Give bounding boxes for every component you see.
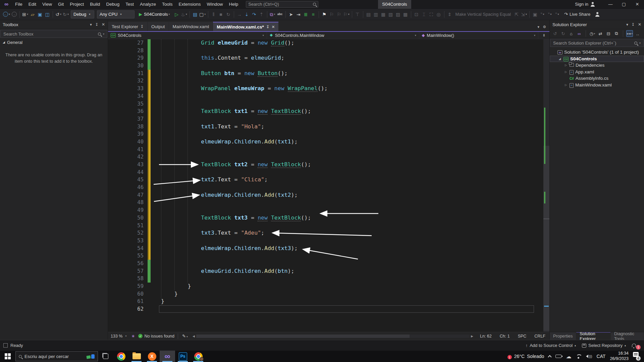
code-line-34[interactable]: 34 [108,93,549,100]
code-line-57[interactable]: 57 elmeuGrid.Children.Add(btn); [108,267,549,275]
code-line-43[interactable]: 43 TextBlock txt2 = new TextBlock(); [108,161,549,169]
align-bottom-icon[interactable]: ▩ [402,10,409,18]
toolbox-close-icon[interactable]: ✕ [102,22,105,27]
se-dropdown-icon[interactable]: ▾ [626,22,628,27]
horizontal-scrollbar[interactable]: ◀ ▶ [191,332,475,340]
debug-config-select[interactable]: Debug▾ [71,10,94,18]
breadcrumb-method[interactable]: ◆MainWindow()▾ [419,32,538,39]
code-cleanup-icon[interactable]: ✎▾ [182,334,188,339]
toolbox-search-input[interactable]: Search Toolbox ▾ [0,30,107,38]
tree-item-app-xaml[interactable]: ▷‹›App.xaml [550,69,644,75]
code-map-icon[interactable]: ⧉▾ [269,10,276,18]
step-into-icon[interactable]: ⇣ [244,10,250,18]
se-forward-icon[interactable]: ↻ [560,30,567,37]
step-out-icon[interactable]: ⇡ [258,10,265,18]
start-button[interactable] [0,351,15,362]
nav-back-icon[interactable]: ←▾ [3,10,10,18]
chrome-icon[interactable] [113,351,129,362]
select-repository-button[interactable]: Select Repository ▴ [582,343,626,348]
issues-status[interactable]: ✓ No issues found [137,334,176,339]
solution-search-input[interactable]: Search Solution Explorer (Ctrl+`) ▾ [550,39,644,47]
vertical-spacing-icon[interactable]: ⇕ [446,10,453,18]
clear-bookmarks-icon[interactable]: ⚐▾ [343,10,350,18]
code-line-59[interactable]: 59 } [108,283,549,290]
show-next-statement-icon[interactable]: → [236,10,243,18]
se-pending-changes-icon[interactable]: ◷▾ [589,30,596,37]
tree-item-assemblyinfo-cs[interactable]: C#AssemblyInfo.cs [550,75,644,82]
dedupe-lines-icon[interactable]: ≡ [310,10,317,18]
platform-select[interactable]: Any CPU▾ [97,10,135,18]
pin-icon[interactable]: ↧ [266,25,269,29]
stop-icon[interactable]: ■ [218,10,224,18]
menu-tools[interactable]: Tools [159,0,176,8]
tree-expanded-icon[interactable]: ◢ [558,57,562,60]
wifi-ic[interactable] [576,354,582,359]
tree-item-solution-s04controls-1-of-1-project-[interactable]: ∞Solution 'S04Controls' (1 of 1 project) [550,49,644,56]
split-editor-icon[interactable]: ⇟ [538,32,549,39]
menu-file[interactable]: File [12,0,25,8]
code-line-45[interactable]: 45 txt2.Text = "Clica"; [108,176,549,184]
code-line-49[interactable]: 49 [108,206,549,214]
spaces-indicator[interactable]: SPC [514,334,531,339]
code-line-51[interactable]: 51 [108,222,549,230]
code-line-52[interactable]: 52 txt3.Text = "Adeu"; [108,229,549,237]
align-right-icon[interactable]: ▦ [380,10,387,18]
se-collapse-all-icon[interactable]: ⊟ [605,30,612,37]
redo-icon[interactable]: ↻▾ [62,10,69,18]
tree-collapsed-icon[interactable]: ▷ [564,64,568,67]
xampp-icon[interactable]: X [144,351,160,362]
toggle-bookmark-icon[interactable]: ⚑ [321,10,328,18]
hidden-icons-chevron[interactable] [548,355,552,359]
start-without-debugging-icon[interactable]: ▷ [173,10,180,18]
hscroll-thumb[interactable] [196,335,410,338]
background-tasks-icon[interactable] [3,343,8,348]
tree-item-s04controls[interactable]: ◢C#S04Controls [550,56,644,62]
panel-tab-solution-explorer[interactable]: Solution Explorer [576,332,610,340]
code-line-35[interactable]: 35 [108,100,549,108]
code-line-41[interactable]: 41 [108,146,549,154]
code-line-62[interactable]: 62 [108,305,549,313]
quote-1-icon[interactable]: ”▾ [539,10,546,18]
align-top-icon[interactable]: ▧ [387,10,394,18]
speaker-icon[interactable]: ))) [586,355,592,358]
code-line-38[interactable]: 38 txt1.Text = "Hola"; [108,123,549,131]
align-middle-icon[interactable]: ▨ [395,10,401,18]
save-all-icon[interactable]: ◫ [44,10,51,18]
size-to-grid-icon[interactable]: ⊡ [413,10,420,18]
minimize-button[interactable]: — [604,0,617,9]
menu-view[interactable]: View [39,0,55,8]
code-line-54[interactable]: 54 elmeuWrap.Children.Add(txt3); [108,245,549,252]
horiz-spacing-icon[interactable]: ⇱ [513,10,520,18]
save-icon[interactable]: ▣ [37,10,43,18]
same-size-icon[interactable]: ⛶ [428,10,435,18]
menu-debug[interactable]: Debug [103,0,122,8]
new-project-icon[interactable]: ⊞▾ [22,10,29,18]
pause-icon[interactable]: ‖ [210,10,217,18]
visual-studio-icon[interactable]: ∞ [160,351,175,362]
intellicode-icon[interactable]: ∗ [131,334,135,339]
code-line-48[interactable]: 48 [108,199,549,206]
quick-search-input[interactable]: Search (Ctrl+Q) [246,1,318,8]
weather-desc[interactable]: Soleado [527,354,544,359]
se-home-icon[interactable]: ⌂ [568,30,575,37]
panel-tab-properties[interactable]: Properties [550,332,576,340]
tree-item-dependencies[interactable]: ▷Dependencies [550,62,644,69]
action-center-button[interactable]: 4 [633,352,641,361]
browser-target-icon[interactable]: ▢▾ [199,10,206,18]
tree-item-mainwindow-xaml[interactable]: ▷‹›MainWindow.xaml [550,82,644,88]
code-line-61[interactable]: 61} [108,298,549,305]
onedrive-cloud-icon[interactable]: ☁ [566,353,571,360]
chrome-profile-icon[interactable] [191,351,206,362]
code-line-27[interactable]: 27 Grid elmeuGrid = new Grid(); [108,39,549,47]
se-switch-views-icon[interactable]: ∞ [576,30,583,37]
scrollbar-thumb[interactable] [543,146,549,331]
menu-project[interactable]: Project [67,0,87,8]
code-line-29[interactable]: 29 this.Content = elmeuGrid; [108,54,549,62]
se-close-icon[interactable]: ✕ [638,22,641,27]
taskbar-search-input[interactable]: Escriu aquí per cercar [15,351,98,361]
code-line-28[interactable]: 28 [108,47,549,55]
tab-mainwindow-xaml[interactable]: MainWindow.xaml [169,22,213,31]
code-line-33[interactable]: 33 WrapPanel elmeuWrap = new WrapPanel()… [108,85,549,93]
tab-output[interactable]: Output [148,22,169,31]
align-center-icon[interactable]: ▥ [373,10,379,18]
